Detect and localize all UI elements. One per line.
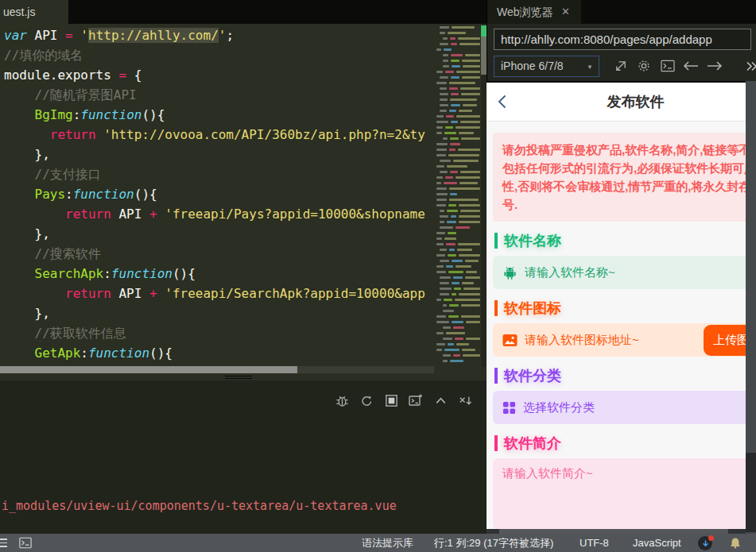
console-panel: i_modules/uview-ui/components/u-textarea… <box>0 380 487 534</box>
more-chevrons-icon[interactable] <box>743 58 756 74</box>
code-line[interactable]: //获取软件信息 <box>0 323 433 343</box>
mobile-navbar: 发布软件 <box>487 83 746 122</box>
app-name-input[interactable]: 请输入软件名称~ <box>493 256 746 289</box>
panel-splitter-grip[interactable] <box>225 374 252 380</box>
code-line[interactable]: return 'http://ovooa.com/API/360bz/api.p… <box>0 125 433 145</box>
language-status[interactable]: JavaScript <box>633 534 681 552</box>
code-line[interactable]: return API + 'freeapi/SearchApk?appid=10… <box>0 284 433 303</box>
collapse-icon[interactable] <box>432 392 449 409</box>
status-bar: 语法提示库 行:1 列:29 (17字符被选择) UTF-8 JavaScrip… <box>0 534 756 552</box>
browser-tab-label: Web浏览器 <box>497 6 553 18</box>
syntax-library-status[interactable]: 语法提示库 <box>362 534 413 552</box>
scrollbar-change-marker <box>481 25 487 37</box>
terminal-icon[interactable] <box>660 58 676 74</box>
preview-horizontal-scrollbar[interactable] <box>487 529 746 534</box>
section-app-category: 软件分类 选择软件分类 <box>487 368 746 424</box>
editor-tabstrip: uest.js <box>0 0 487 24</box>
code-line[interactable]: }, <box>0 224 433 244</box>
console-line[interactable]: i_modules/uview-ui/components/u-textarea… <box>2 496 397 516</box>
code-line[interactable]: GetApk:function(){ <box>0 343 433 363</box>
chevron-down-icon: ▼ <box>587 57 593 77</box>
section-heading: 软件图标 <box>494 300 746 316</box>
code-line[interactable]: //搜索软件 <box>0 244 433 264</box>
mobile-page: 发布软件 请勿投稿严重侵权产品,软件名称,简介,链接等不得包括任何形式的引流行为… <box>487 83 746 529</box>
notification-bell-icon[interactable] <box>730 537 741 549</box>
section-app-icon: 软件图标 请输入软件图标地址~ 上传图片 <box>487 300 746 357</box>
grid-icon <box>502 401 516 415</box>
code-line[interactable]: Pays:function(){ <box>0 184 433 204</box>
back-arrow-icon[interactable] <box>683 58 699 74</box>
editor-tab-request-js[interactable]: uest.js <box>0 0 68 24</box>
editor-vertical-scrollbar[interactable] <box>481 25 487 367</box>
android-icon <box>502 265 518 280</box>
scrollbar-thumb[interactable] <box>499 529 728 534</box>
section-heading: 软件名称 <box>494 233 746 249</box>
code-line[interactable]: //支付接口 <box>0 164 433 184</box>
input-placeholder: 请输入软件名称~ <box>525 265 615 280</box>
code-line[interactable]: }, <box>0 303 433 323</box>
url-input[interactable]: http://ahlly.com:8080/pages/app/addapp <box>494 29 751 50</box>
scrollbar-thumb[interactable] <box>746 453 756 532</box>
section-heading: 软件简介 <box>494 435 746 451</box>
app-category-select[interactable]: 选择软件分类 <box>493 391 746 424</box>
menu-icon[interactable] <box>0 536 7 547</box>
debug-icon[interactable] <box>333 392 351 409</box>
input-placeholder: 请输入软件简介~ <box>502 466 593 481</box>
update-badge <box>708 535 714 541</box>
code-line[interactable]: //随机背景图API <box>0 85 433 105</box>
section-app-intro: 软件简介 请输入软件简介~ <box>487 435 746 529</box>
code-line[interactable]: BgImg:function(){ <box>0 105 433 125</box>
cursor-position-status[interactable]: 行:1 列:29 (17字符被选择) <box>434 534 553 552</box>
close-icon[interactable]: ✕ <box>561 0 570 24</box>
code-line[interactable]: SearchApk:function(){ <box>0 264 433 284</box>
console-toolbar <box>333 392 474 409</box>
forward-arrow-icon[interactable] <box>707 58 723 74</box>
notice-text: 请勿投稿严重侵权产品,软件名称,简介,链接等不得包括任何形式的引流行为,必须保证… <box>493 133 746 222</box>
code-line[interactable]: }, <box>0 145 433 164</box>
browser-tab[interactable]: Web浏览器 ✕ <box>487 0 581 24</box>
clear-icon[interactable] <box>456 392 474 409</box>
section-heading: 软件分类 <box>494 368 746 384</box>
upload-image-button[interactable]: 上传图片 <box>704 325 746 356</box>
app-icon-input[interactable]: 请输入软件图标地址~ 上传图片 <box>493 323 746 357</box>
encoding-status[interactable]: UTF-8 <box>580 534 609 552</box>
scrollbar-thumb[interactable] <box>0 366 297 373</box>
code-line[interactable]: return API + 'freeapi/Pays?appid=10000&s… <box>0 204 433 224</box>
editor-tab-label: uest.js <box>3 6 35 18</box>
restart-icon[interactable] <box>358 392 375 409</box>
device-select[interactable]: iPhone 6/7/8 ▼ <box>494 56 599 77</box>
settings-gear-icon[interactable] <box>636 58 652 74</box>
code-area[interactable]: var API = 'http://ahlly.com/';//填你的域名mod… <box>0 25 433 367</box>
browser-preview-viewport: 发布软件 请勿投稿严重侵权产品,软件名称,简介,链接等不得包括任何形式的引流行为… <box>487 81 746 529</box>
scrollbar-thumb[interactable] <box>481 37 487 75</box>
app-intro-textarea[interactable]: 请输入软件简介~ <box>493 458 746 529</box>
section-app-name: 软件名称 请输入软件名称~ <box>487 233 746 289</box>
code-editor[interactable]: var API = 'http://ahlly.com/';//填你的域名mod… <box>0 24 487 380</box>
terminal-icon[interactable] <box>19 537 32 549</box>
editor-horizontal-scrollbar[interactable] <box>0 366 434 373</box>
update-icon[interactable] <box>698 536 712 550</box>
stop-icon[interactable] <box>382 392 400 409</box>
page-title: 发布软件 <box>487 83 746 121</box>
code-line[interactable]: module.exports = { <box>0 65 433 85</box>
device-select-value: iPhone 6/7/8 <box>501 60 564 72</box>
open-in-browser-icon[interactable] <box>612 58 628 74</box>
image-icon <box>502 334 518 347</box>
input-placeholder: 请输入软件图标地址~ <box>525 333 639 348</box>
browser-tabstrip: Web浏览器 ✕ <box>487 0 756 24</box>
preview-vertical-scrollbar[interactable] <box>746 81 756 534</box>
code-line[interactable]: //填你的域名 <box>0 45 433 65</box>
hbuilderx-window: uest.js var API = 'http://ahlly.com/';//… <box>0 0 756 552</box>
code-line[interactable]: var API = 'http://ahlly.com/'; <box>0 25 433 45</box>
browser-toolbar: http://ahlly.com:8080/pages/app/addapp i… <box>487 24 756 81</box>
new-terminal-icon[interactable] <box>407 392 425 409</box>
minimap[interactable] <box>435 26 480 366</box>
input-placeholder: 选择软件分类 <box>523 400 595 415</box>
